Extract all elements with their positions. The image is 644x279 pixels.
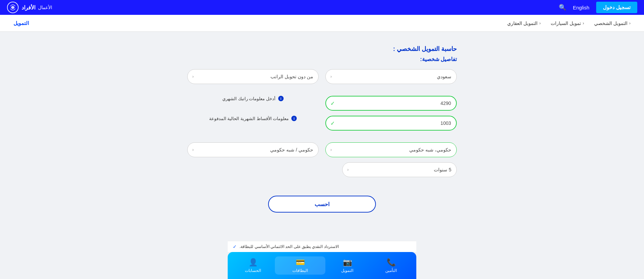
cards-icon: 💳 — [296, 258, 305, 267]
tab-insurance[interactable]: 📞 التأمين — [369, 258, 413, 273]
individuals-label: الأفراد — [22, 4, 35, 11]
chevron-down-icon: ‹ — [583, 21, 584, 26]
financing-icon: 📷 — [343, 258, 352, 267]
form-row-1: سعودي ‹ من دون تحويل الراتب ‹ — [187, 69, 457, 84]
installments-group: ✓ — [325, 116, 457, 131]
employer-type-right-group: حكومي / شبه حكومي ‹ — [187, 142, 319, 157]
financing-main-label: التمويل — [13, 20, 29, 26]
tab-cards[interactable]: 💳 البطاقات — [275, 256, 325, 275]
installments-input-wrapper: ✓ — [325, 116, 457, 131]
cars-financing-nav[interactable]: ‹ تمويل السيارات — [551, 21, 584, 26]
form-row-employer: حكومي، شبه حكومي ‹ حكومي / شبه حكومي ‹ — [187, 142, 457, 157]
secondary-nav: ‹ التمويل الشخصي ‹ تمويل السيارات ‹ التم… — [0, 15, 644, 32]
salary-input[interactable] — [325, 96, 457, 111]
notification-text: الاسترداد النقدي يطبق على الحد الائتماني… — [239, 244, 339, 249]
main-content: حاسبة التمويل الشخصي : تفاصيل شخصية: سعو… — [0, 32, 644, 261]
tab-cards-label: البطاقات — [292, 268, 308, 273]
personal-financing-label: التمويل الشخصي — [594, 21, 627, 26]
tab-financing[interactable]: 📷 التمويل — [325, 258, 369, 273]
chevron-down-icon: ‹ — [539, 21, 541, 26]
nav-logo: الأعمال الأفراد — [7, 1, 52, 13]
form-row-salary: ✓ i أدخل معلومات راتبك الشهري — [187, 96, 457, 111]
salary-transfer-wrapper: من دون تحويل الراتب ‹ — [187, 69, 319, 84]
salary-label-group: i أدخل معلومات راتبك الشهري — [187, 96, 319, 101]
bottom-notification: الاسترداد النقدي يطبق على الحد الائتماني… — [228, 241, 416, 252]
search-icon[interactable]: 🔍 — [559, 4, 566, 11]
real-estate-nav[interactable]: ‹ التمويل العقاري — [507, 21, 541, 26]
nationality-group: سعودي ‹ — [325, 69, 457, 84]
nationality-select[interactable]: سعودي — [325, 69, 457, 84]
form-container: حاسبة التمويل الشخصي : تفاصيل شخصية: سعو… — [187, 45, 457, 213]
secondary-nav-items: ‹ التمويل الشخصي ‹ تمويل السيارات ‹ التم… — [507, 21, 631, 26]
notification-check-icon: ✓ — [233, 244, 237, 249]
years-group: 5 سنوات ‹ — [342, 162, 457, 177]
employer-type-right-wrapper: حكومي / شبه حكومي ‹ — [187, 142, 319, 157]
employer-type-right-select[interactable]: حكومي / شبه حكومي — [187, 142, 319, 157]
form-row-years: 5 سنوات ‹ — [187, 162, 457, 177]
installments-label-group: i معلومات الأقساط الشهرية الحالية المدفو… — [187, 116, 319, 121]
installments-label: معلومات الأقساط الشهرية الحالية المدفوعة — [209, 116, 289, 121]
form-row-installments: ✓ i معلومات الأقساط الشهرية الحالية المد… — [187, 116, 457, 131]
login-button[interactable]: تسجيل دخول — [596, 2, 637, 13]
bottom-tab-bar: 📞 التأمين 📷 التمويل 💳 البطاقات 👤 الحسابا… — [228, 252, 416, 279]
top-nav-right: تسجيل دخول English 🔍 — [559, 2, 637, 13]
top-nav: تسجيل دخول English 🔍 الأعمال الأفراد — [0, 0, 644, 15]
salary-group: ✓ — [325, 96, 457, 111]
installments-input[interactable] — [325, 116, 457, 131]
cars-financing-label: تمويل السيارات — [551, 21, 581, 26]
accounts-icon: 👤 — [249, 258, 258, 267]
salary-transfer-group: من دون تحويل الراتب ‹ — [187, 69, 319, 84]
employer-type-left-select[interactable]: حكومي، شبه حكومي — [325, 142, 457, 157]
years-select[interactable]: 5 سنوات — [342, 162, 457, 177]
checkmark-icon: ✓ — [330, 120, 335, 127]
calculate-button[interactable]: احسب — [268, 196, 376, 213]
tab-accounts-label: الحسابات — [245, 268, 261, 273]
brand-logo-icon — [7, 1, 19, 13]
nationality-wrapper: سعودي ‹ — [325, 69, 457, 84]
employer-type-left-group: حكومي، شبه حكومي ‹ — [325, 142, 457, 157]
salary-label: أدخل معلومات راتبك الشهري — [222, 96, 276, 101]
tab-accounts[interactable]: 👤 الحسابات — [231, 258, 275, 273]
real-estate-label: التمويل العقاري — [507, 21, 538, 26]
insurance-icon: 📞 — [387, 258, 396, 267]
salary-transfer-select[interactable]: من دون تحويل الراتب — [187, 69, 319, 84]
tab-insurance-label: التأمين — [385, 268, 397, 273]
page-title: حاسبة التمويل الشخصي : — [187, 45, 457, 53]
business-label: الأعمال — [38, 5, 52, 10]
info-icon: i — [291, 116, 297, 121]
section-title: تفاصيل شخصية: — [187, 56, 457, 62]
chevron-down-icon: ‹ — [629, 21, 631, 26]
info-icon: i — [278, 96, 284, 101]
years-wrapper: 5 سنوات ‹ — [342, 162, 457, 177]
salary-input-wrapper: ✓ — [325, 96, 457, 111]
language-button[interactable]: English — [573, 5, 589, 10]
checkmark-icon: ✓ — [330, 100, 335, 107]
employer-type-left-wrapper: حكومي، شبه حكومي ‹ — [325, 142, 457, 157]
personal-financing-nav[interactable]: ‹ التمويل الشخصي — [594, 21, 631, 26]
tab-financing-label: التمويل — [341, 268, 353, 273]
